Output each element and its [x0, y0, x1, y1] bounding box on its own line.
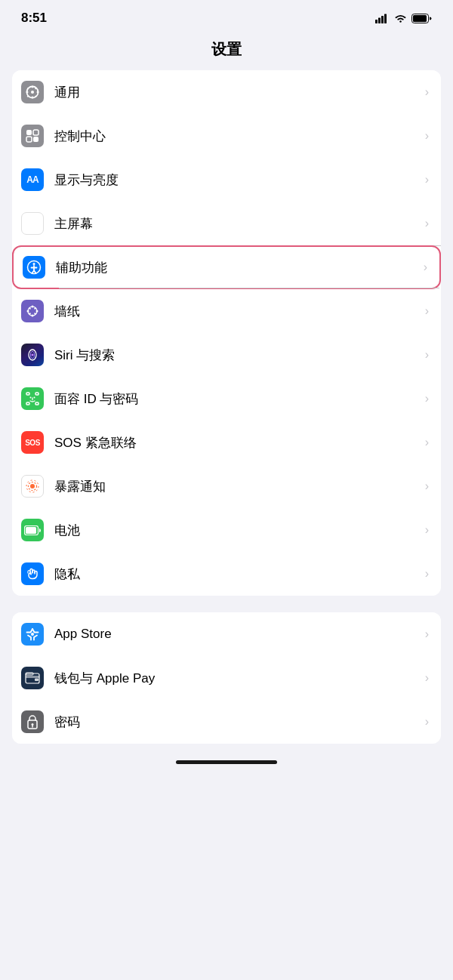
settings-row-battery[interactable]: 电池 › [12, 508, 441, 552]
wallpaper-icon [21, 300, 44, 322]
svg-rect-38 [26, 393, 29, 395]
svg-rect-11 [37, 91, 39, 93]
svg-rect-2 [381, 16, 384, 23]
passwords-label: 密码 [54, 713, 422, 731]
status-time: 8:51 [21, 11, 47, 26]
svg-rect-9 [32, 97, 33, 99]
faceid-chevron: › [425, 392, 429, 405]
svg-point-28 [36, 310, 39, 313]
exposure-chevron: › [425, 479, 429, 493]
homescreen-label: 主屏幕 [54, 215, 422, 233]
svg-point-31 [34, 308, 35, 310]
accessibility-chevron: › [424, 260, 427, 274]
svg-rect-18 [26, 137, 32, 142]
siri-label: Siri 与搜索 [54, 347, 422, 364]
svg-point-43 [34, 397, 35, 399]
control-center-label: 控制中心 [54, 128, 422, 145]
wallet-label: 钱包与 Apple Pay [54, 670, 422, 687]
wallpaper-label: 墙纸 [54, 303, 422, 320]
svg-point-21 [33, 263, 35, 265]
control-center-chevron: › [425, 129, 429, 143]
display-label: 显示与亮度 [54, 171, 422, 189]
svg-rect-39 [35, 393, 39, 395]
svg-point-6 [31, 91, 34, 94]
svg-point-26 [28, 307, 37, 316]
svg-rect-49 [26, 527, 36, 534]
settings-row-siri[interactable]: Siri 与搜索 › [12, 333, 441, 377]
battery-chevron: › [425, 523, 429, 537]
settings-group-2: App Store › 钱包与 Apple Pay › 密码 › [12, 612, 441, 744]
svg-point-33 [29, 313, 31, 314]
settings-row-exposure[interactable]: 暴露通知 › [12, 464, 441, 508]
settings-row-wallet[interactable]: 钱包与 Apple Pay › [12, 656, 441, 700]
svg-point-27 [32, 306, 34, 308]
svg-rect-41 [35, 402, 39, 405]
svg-rect-0 [375, 20, 378, 23]
general-label: 通用 [54, 84, 422, 101]
settings-row-passwords[interactable]: 密码 › [12, 700, 441, 744]
settings-row-homescreen[interactable]: 主屏幕 › [12, 202, 441, 245]
settings-row-faceid[interactable]: 面容 ID 与密码 › [12, 377, 441, 421]
settings-row-control-center[interactable]: 控制中心 › [12, 114, 441, 158]
exposure-label: 暴露通知 [54, 478, 422, 495]
sos-icon: SOS [21, 431, 44, 454]
svg-rect-1 [378, 17, 381, 23]
battery-icon [21, 519, 44, 541]
svg-point-45 [30, 484, 35, 488]
faceid-label: 面容 ID 与密码 [54, 390, 422, 408]
svg-rect-5 [413, 15, 427, 22]
svg-point-37 [32, 354, 34, 356]
svg-rect-16 [26, 130, 32, 135]
homescreen-icon [21, 212, 44, 235]
sos-chevron: › [425, 436, 429, 449]
svg-rect-52 [26, 676, 39, 678]
svg-rect-17 [33, 130, 39, 135]
svg-rect-10 [26, 91, 29, 93]
status-bar: 8:51 [0, 0, 453, 32]
settings-row-wallpaper[interactable]: 墙纸 › [12, 289, 441, 333]
homescreen-chevron: › [425, 217, 429, 230]
settings-row-general[interactable]: 通用 › [12, 70, 441, 114]
svg-rect-40 [26, 402, 29, 405]
appstore-label: App Store [54, 627, 422, 642]
settings-row-appstore[interactable]: App Store › [12, 612, 441, 656]
privacy-label: 隐私 [54, 566, 422, 583]
svg-point-42 [30, 397, 32, 399]
wallet-chevron: › [425, 671, 429, 685]
general-icon [21, 81, 44, 103]
settings-group-1: 通用 › 控制中心 › AA 显示与亮度 › [12, 70, 441, 596]
display-icon: AA [21, 168, 44, 191]
svg-rect-54 [35, 679, 39, 682]
settings-row-privacy[interactable]: 隐私 › [12, 552, 441, 596]
appstore-chevron: › [425, 627, 429, 641]
svg-rect-8 [32, 86, 33, 88]
settings-row-display[interactable]: AA 显示与亮度 › [12, 158, 441, 202]
settings-row-accessibility[interactable]: 辅助功能 › [12, 245, 441, 289]
general-chevron: › [425, 85, 429, 99]
home-indicator [176, 760, 277, 764]
passwords-chevron: › [425, 715, 429, 729]
svg-point-30 [27, 310, 29, 313]
wifi-icon [394, 14, 407, 23]
display-chevron: › [425, 173, 429, 186]
wallet-icon [21, 667, 44, 689]
wallpaper-chevron: › [425, 304, 429, 318]
svg-line-25 [34, 271, 36, 273]
faceid-icon [21, 387, 44, 410]
privacy-icon [21, 562, 44, 585]
battery-icon [411, 14, 432, 23]
page-title-bar: 设置 [0, 32, 453, 70]
svg-point-34 [29, 308, 31, 310]
svg-point-50 [31, 633, 34, 636]
svg-point-29 [32, 315, 34, 317]
exposure-icon [21, 475, 44, 498]
svg-rect-19 [33, 137, 39, 142]
page-title: 设置 [0, 39, 453, 60]
appstore-icon [21, 623, 44, 646]
control-center-icon [21, 125, 44, 147]
accessibility-icon [23, 256, 45, 279]
privacy-chevron: › [425, 567, 429, 581]
accessibility-label: 辅助功能 [56, 259, 421, 276]
siri-chevron: › [425, 348, 429, 362]
settings-row-sos[interactable]: SOS SOS 紧急联络 › [12, 421, 441, 464]
